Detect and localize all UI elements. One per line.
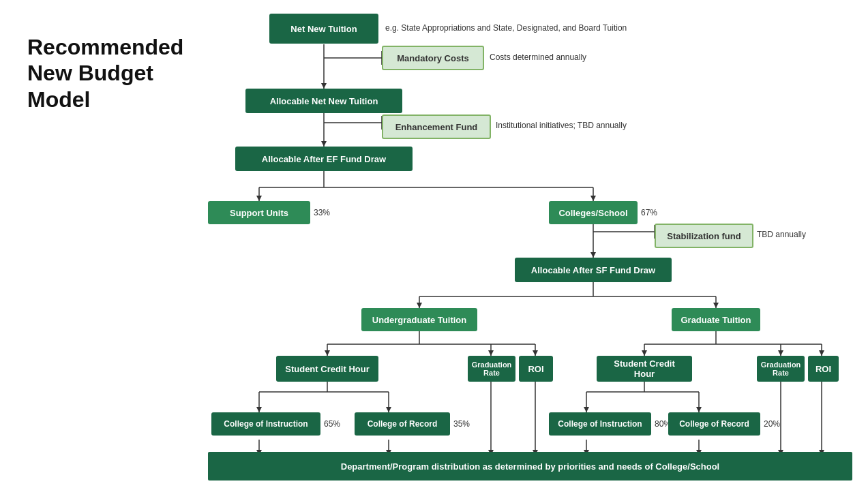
net-new-tuition-box: Net New Tuition — [269, 14, 378, 44]
enhancement-fund-note: Institutional initiatives; TBD annually — [496, 121, 627, 130]
bottom-bar: Department/Program distribution as deter… — [208, 452, 852, 481]
allocable-after-sf-box: Allocable After SF Fund Draw — [515, 258, 672, 282]
svg-marker-49 — [590, 196, 596, 201]
page-title: Recommended New Budget Model — [27, 34, 164, 112]
support-units-box: Support Units — [208, 201, 310, 224]
undergrad-tuition-box: Undergraduate Tuition — [361, 308, 477, 331]
svg-marker-46 — [321, 83, 327, 89]
svg-marker-58 — [642, 350, 647, 356]
svg-marker-54 — [488, 350, 494, 356]
gr-college-instruction-box: College of Instruction — [549, 412, 651, 436]
stabilization-fund-note: TBD annually — [757, 230, 806, 239]
enhancement-fund-box: Enhancement Fund — [382, 115, 491, 139]
mandatory-costs-note: Costs determined annually — [490, 52, 586, 62]
graduate-tuition-box: Graduate Tuition — [672, 308, 760, 331]
svg-marker-48 — [256, 196, 262, 201]
allocable-after-ef-box: Allocable After EF Fund Draw — [235, 147, 413, 171]
svg-marker-50 — [590, 252, 596, 258]
ug-college-instruction-pct: 65% — [324, 419, 340, 429]
svg-marker-52 — [713, 303, 719, 308]
ug-college-instruction-box: College of Instruction — [211, 412, 320, 436]
net-new-tuition-note: e.g. State Appropriations and State, Des… — [385, 23, 627, 33]
svg-marker-62 — [696, 407, 702, 412]
gr-roi-box: ROI — [808, 356, 839, 382]
svg-marker-61 — [584, 407, 589, 412]
support-units-pct: 33% — [314, 208, 330, 217]
svg-marker-47 — [321, 141, 327, 147]
ug-roi-box: ROI — [519, 356, 553, 382]
gr-grad-rate-box: Graduation Rate — [757, 356, 805, 382]
ug-sch-box: Student Credit Hour — [276, 356, 378, 382]
gr-college-record-pct: 20% — [764, 419, 780, 429]
stabilization-fund-box: Stabilization fund — [655, 224, 753, 248]
svg-marker-59 — [778, 350, 783, 356]
allocable-net-new-tuition-box: Allocable Net New Tuition — [245, 89, 402, 113]
gr-college-record-box: College of Record — [668, 412, 760, 436]
svg-marker-56 — [256, 407, 262, 412]
ug-grad-rate-box: Graduation Rate — [468, 356, 515, 382]
ug-college-record-box: College of Record — [355, 412, 450, 436]
colleges-school-pct: 67% — [641, 208, 657, 217]
svg-marker-57 — [386, 407, 391, 412]
colleges-school-box: Colleges/School — [549, 201, 638, 224]
svg-marker-53 — [325, 350, 330, 356]
ug-college-record-pct: 35% — [453, 419, 470, 429]
svg-marker-51 — [417, 303, 422, 308]
svg-marker-55 — [533, 350, 538, 356]
mandatory-costs-box: Mandatory Costs — [382, 46, 484, 70]
gr-sch-box: Student Credit Hour — [597, 356, 692, 382]
svg-marker-60 — [819, 350, 824, 356]
